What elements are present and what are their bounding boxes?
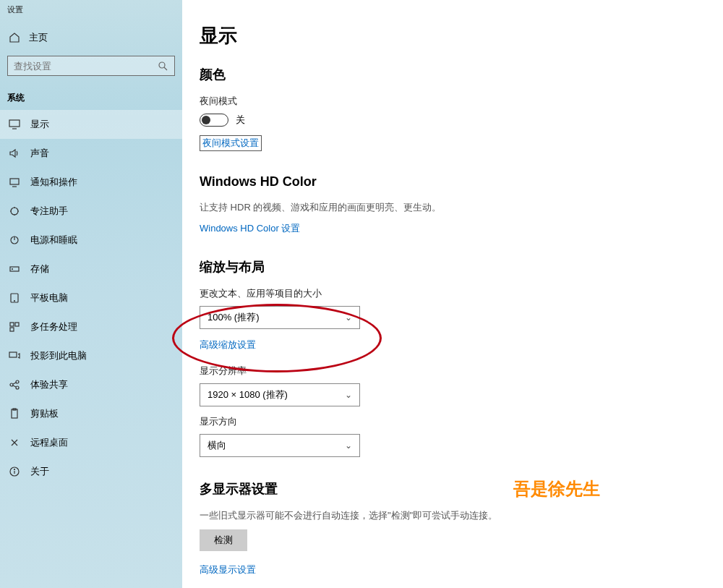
svg-point-0	[159, 62, 165, 68]
sidebar-item-display[interactable]: 显示	[0, 110, 182, 139]
detect-button[interactable]: 检测	[200, 529, 247, 551]
chevron-down-icon: ⌄	[345, 390, 352, 400]
multi-desc: 一些旧式显示器可能不会进行自动连接，选择"检测"即可尝试手动连接。	[200, 509, 706, 522]
svg-line-19	[13, 383, 16, 384]
svg-rect-12	[10, 323, 14, 326]
notification-icon	[9, 176, 20, 188]
scale-heading: 缩放与布局	[200, 258, 706, 276]
sidebar-item-label: 剪贴板	[30, 407, 59, 420]
svg-rect-15	[9, 352, 17, 357]
orientation-value: 横向	[208, 439, 226, 452]
sidebar-item-remote[interactable]: 远程桌面	[0, 428, 182, 457]
watermark: 吾是徐先生	[513, 477, 600, 500]
night-mode-toggle[interactable]	[200, 114, 228, 127]
app-title: 设置	[0, 4, 182, 24]
svg-line-20	[13, 385, 16, 387]
focus-icon	[9, 205, 20, 217]
multitask-icon	[9, 321, 20, 333]
power-icon	[9, 234, 20, 246]
sidebar-item-label: 电源和睡眠	[30, 234, 77, 247]
home-icon	[9, 32, 20, 43]
sidebar-item-power[interactable]: 电源和睡眠	[0, 226, 182, 255]
toggle-state-label: 关	[236, 114, 245, 127]
hd-heading: Windows HD Color	[200, 174, 706, 189]
svg-point-5	[11, 208, 18, 215]
sidebar: 设置 主页 系统 显示 声音 通知和操作 专注助手 电源和睡眠 存储 平板电脑	[0, 0, 182, 588]
section-color: 颜色 夜间模式 关 夜间模式设置	[200, 66, 706, 151]
sidebar-item-notifications[interactable]: 通知和操作	[0, 168, 182, 197]
section-hd-color: Windows HD Color 让支持 HDR 的视频、游戏和应用的画面更明亮…	[200, 174, 706, 235]
about-icon	[9, 466, 20, 477]
sidebar-section-label: 系统	[0, 80, 182, 110]
orientation-label: 显示方向	[200, 415, 706, 428]
share-icon	[9, 379, 20, 391]
color-heading: 颜色	[200, 66, 706, 83]
svg-point-16	[10, 383, 13, 386]
night-mode-label: 夜间模式	[200, 95, 706, 108]
sidebar-item-label: 显示	[30, 118, 49, 131]
night-mode-settings-link[interactable]: 夜间模式设置	[200, 135, 262, 151]
svg-rect-4	[10, 179, 19, 184]
sidebar-item-storage[interactable]: 存储	[0, 255, 182, 284]
svg-point-18	[16, 386, 19, 389]
clipboard-icon	[9, 408, 20, 419]
sidebar-item-share[interactable]: 体验共享	[0, 370, 182, 399]
sidebar-item-about[interactable]: 关于	[0, 457, 182, 486]
sidebar-item-label: 存储	[30, 263, 49, 276]
sidebar-item-multitask[interactable]: 多任务处理	[0, 312, 182, 341]
content: 显示 颜色 夜间模式 关 夜间模式设置 Windows HD Color 让支持…	[182, 0, 723, 588]
sidebar-item-label: 声音	[30, 147, 49, 160]
svg-rect-13	[15, 323, 19, 326]
svg-point-17	[16, 380, 19, 383]
home-link[interactable]: 主页	[0, 24, 182, 51]
hd-color-settings-link[interactable]: Windows HD Color 设置	[200, 222, 300, 235]
text-size-value: 100% (推荐)	[208, 311, 260, 324]
svg-rect-8	[10, 267, 19, 271]
monitor-icon	[9, 119, 20, 130]
sidebar-item-clipboard[interactable]: 剪贴板	[0, 399, 182, 428]
sidebar-item-sound[interactable]: 声音	[0, 139, 182, 168]
resolution-dropdown[interactable]: 1920 × 1080 (推荐) ⌄	[200, 383, 360, 406]
sidebar-item-project[interactable]: 投影到此电脑	[0, 341, 182, 370]
svg-rect-21	[12, 409, 17, 418]
text-size-label: 更改文本、应用等项目的大小	[200, 287, 706, 300]
sidebar-item-label: 多任务处理	[30, 320, 77, 333]
sidebar-item-label: 通知和操作	[30, 176, 77, 189]
remote-icon	[9, 437, 20, 448]
svg-point-11	[14, 301, 15, 302]
resolution-label: 显示分辨率	[200, 365, 706, 378]
advanced-display-link[interactable]: 高级显示设置	[200, 563, 256, 576]
sidebar-item-label: 平板电脑	[30, 291, 68, 304]
svg-line-1	[164, 67, 167, 70]
chevron-down-icon: ⌄	[345, 440, 352, 451]
search-box[interactable]	[7, 56, 175, 76]
home-label: 主页	[29, 31, 48, 44]
orientation-dropdown[interactable]: 横向 ⌄	[200, 434, 360, 457]
hd-desc: 让支持 HDR 的视频、游戏和应用的画面更明亮、更生动。	[200, 201, 706, 214]
section-multi-display: 多显示器设置 一些旧式显示器可能不会进行自动连接，选择"检测"即可尝试手动连接。…	[200, 480, 706, 588]
search-input[interactable]	[14, 61, 157, 72]
sidebar-item-label: 专注助手	[30, 205, 68, 218]
sidebar-item-label: 关于	[30, 465, 49, 478]
sidebar-item-label: 远程桌面	[30, 436, 68, 449]
sidebar-item-label: 投影到此电脑	[30, 349, 87, 362]
tablet-icon	[9, 292, 20, 304]
svg-rect-2	[9, 120, 20, 127]
sidebar-item-tablet[interactable]: 平板电脑	[0, 284, 182, 312]
project-icon	[9, 350, 20, 362]
chevron-down-icon: ⌄	[345, 312, 352, 323]
svg-rect-14	[10, 328, 14, 331]
section-scale-layout: 缩放与布局 更改文本、应用等项目的大小 100% (推荐) ⌄ 高级缩放设置 显…	[200, 258, 706, 457]
multi-heading: 多显示器设置	[200, 480, 706, 498]
advanced-scale-link[interactable]: 高级缩放设置	[200, 338, 256, 351]
resolution-value: 1920 × 1080 (推荐)	[208, 388, 288, 401]
svg-point-9	[12, 269, 13, 270]
sidebar-item-label: 体验共享	[30, 378, 68, 391]
sidebar-item-focus[interactable]: 专注助手	[0, 197, 182, 226]
page-title: 显示	[200, 23, 706, 48]
sound-icon	[9, 148, 20, 159]
text-size-dropdown[interactable]: 100% (推荐) ⌄	[200, 306, 360, 329]
search-icon	[157, 60, 168, 72]
svg-point-25	[14, 469, 15, 470]
storage-icon	[9, 263, 20, 275]
